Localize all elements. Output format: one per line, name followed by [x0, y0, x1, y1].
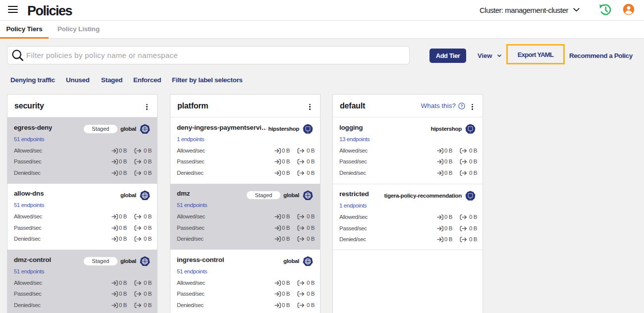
svg-text:?: ? — [460, 104, 463, 108]
